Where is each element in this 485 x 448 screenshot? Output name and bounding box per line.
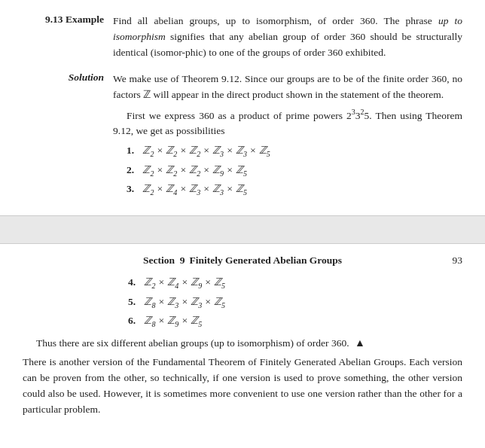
solution-p1: We make use of Theorem 9.12. Since our g… bbox=[113, 72, 462, 103]
list-item: 1. ℤ2 × ℤ2 × ℤ2 × ℤ3 × ℤ3 × ℤ5 bbox=[127, 142, 462, 160]
section-label: Section 9 bbox=[143, 254, 185, 267]
section-header: Section 9 Finitely Generated Abelian Gro… bbox=[23, 244, 462, 271]
list-item: 4. ℤ2 × ℤ4 × ℤ9 × ℤ5 bbox=[128, 274, 462, 292]
top-list: 1. ℤ2 × ℤ2 × ℤ2 × ℤ3 × ℤ3 × ℤ5 2. ℤ2 × ℤ… bbox=[127, 142, 462, 199]
list-item: 3. ℤ2 × ℤ4 × ℤ3 × ℤ3 × ℤ5 bbox=[127, 181, 462, 199]
list-item: 2. ℤ2 × ℤ2 × ℤ2 × ℤ9 × ℤ5 bbox=[127, 162, 462, 180]
solution-label: Solution bbox=[69, 72, 104, 83]
conclusion-p1: Thus there are six different abelian gro… bbox=[23, 335, 462, 352]
solution-label-col: Solution bbox=[23, 72, 113, 202]
example-label-col: 9.13 Example bbox=[23, 14, 113, 64]
example-row: 9.13 Example Find all abelian groups, up… bbox=[23, 14, 462, 64]
example-content: Find all abelian groups, up to isomorphi… bbox=[113, 14, 462, 64]
example-paragraph: Find all abelian groups, up to isomorphi… bbox=[113, 14, 462, 61]
list-item: 5. ℤ8 × ℤ3 × ℤ3 × ℤ5 bbox=[128, 294, 462, 312]
end-triangle: ▲ bbox=[355, 337, 365, 349]
conclusion-p2: There is another version of the Fundamen… bbox=[23, 355, 462, 418]
solution-p2: First we express 360 as a product of pri… bbox=[113, 106, 462, 139]
solution-row: Solution We make use of Theorem 9.12. Si… bbox=[23, 72, 462, 202]
bottom-list: 4. ℤ2 × ℤ4 × ℤ9 × ℤ5 5. ℤ8 × ℤ3 × ℤ3 × ℤ… bbox=[128, 274, 462, 331]
solution-content: We make use of Theorem 9.12. Since our g… bbox=[113, 72, 462, 202]
page-top: 9.13 Example Find all abelian groups, up… bbox=[0, 0, 485, 202]
example-label: 9.13 Example bbox=[45, 14, 104, 25]
page-number: 93 bbox=[453, 254, 463, 267]
list-item: 6. ℤ8 × ℤ9 × ℤ5 bbox=[128, 312, 462, 331]
bottom-page: Section 9 Finitely Generated Abelian Gro… bbox=[0, 244, 485, 418]
page-separator bbox=[0, 215, 485, 244]
section-title-text: Finitely Generated Abelian Groups bbox=[189, 254, 342, 267]
